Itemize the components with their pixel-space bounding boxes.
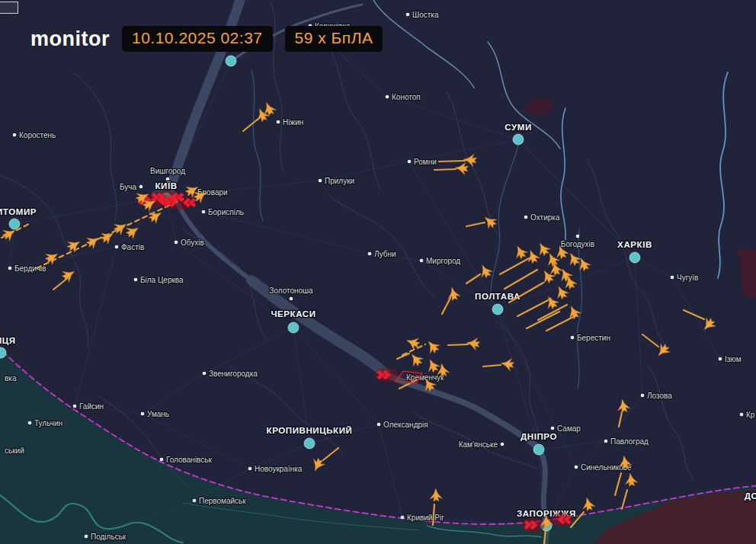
monitor-map-app: ШосткаКорюківкаКонотопКоростеньНіжинПрил…: [0, 0, 756, 544]
town-label: Тульчин: [34, 419, 62, 427]
town-label: Буча: [120, 183, 137, 191]
town-label: Берестин: [577, 334, 610, 342]
town-marker: Голованівськ: [160, 456, 213, 464]
town-label: Чугуїв: [677, 274, 698, 282]
drone-trail: [448, 344, 468, 345]
drone-count-badge: 59 х БпЛА: [285, 26, 383, 52]
town-label: Кам'янське: [459, 440, 498, 449]
town-label: Павлоград: [610, 437, 649, 446]
city-label: ВІННИЦЯ: [0, 336, 16, 345]
town-label: Богодухів: [561, 240, 594, 248]
town-label: Кр: [746, 411, 755, 419]
town-label: Ізюм: [725, 355, 742, 363]
town-marker: Олександрія: [377, 421, 428, 429]
town-label: Голованівськ: [166, 456, 213, 464]
town-label: Обухів: [181, 238, 204, 247]
city-marker: ДО: [745, 491, 756, 501]
city-label: ДО: [745, 491, 756, 501]
town-label: Лубни: [374, 250, 396, 258]
datetime-badge: 10.10.2025 02:37: [122, 26, 273, 52]
town-label: Подільськ: [91, 533, 127, 541]
map-canvas[interactable]: ШосткаКорюківкаКонотопКоростеньНіжинПрил…: [0, 0, 756, 544]
town-label: Шостка: [412, 11, 439, 19]
town-label: ський: [5, 446, 24, 455]
town-marker: Берестин: [571, 334, 610, 342]
town-label: Прилуки: [325, 177, 354, 185]
city-label: СУМИ: [505, 123, 532, 132]
town-marker: Бердичів: [8, 264, 46, 273]
town-marker: Біла Церква: [134, 276, 184, 284]
town-label: Ніжин: [283, 118, 303, 126]
town-marker: ський: [5, 446, 24, 455]
town-label: Лозова: [647, 392, 672, 400]
town-marker: вка: [5, 374, 17, 382]
town-label: Вишгород: [150, 167, 185, 175]
town-label: Бердичів: [14, 264, 46, 273]
town-label: Миргород: [426, 257, 460, 265]
town-label: Золотоноша: [269, 286, 313, 295]
town-label: Конотоп: [392, 93, 421, 101]
town-label: Ромни: [414, 158, 437, 166]
town-marker: Коростень: [13, 131, 56, 139]
town-marker: Звенигородка: [203, 370, 258, 378]
town-marker: Миргород: [420, 257, 461, 265]
drone-trail: [434, 169, 456, 170]
city-label: КИЇВ: [155, 181, 177, 190]
cutoff-label-box: [0, 2, 18, 14]
town-label: Новоукраїнка: [255, 465, 303, 473]
town-label: Охтирка: [530, 213, 560, 222]
town-marker: Бориспіль: [202, 208, 244, 216]
city-label: КРОПИВНИЦЬКИЙ: [267, 426, 353, 435]
town-label: Звенигородка: [209, 370, 258, 378]
town-label: Олександрія: [383, 421, 428, 429]
town-label: Самар: [557, 424, 581, 433]
town-label: вка: [5, 374, 17, 382]
town-marker: Новоукраїнка: [248, 465, 303, 473]
town-label: Умань: [147, 410, 169, 418]
town-label: Біла Церква: [140, 276, 184, 284]
town-marker: Кам'янське: [459, 440, 505, 449]
town-label: Коростень: [19, 131, 56, 139]
brand-logo: monitor: [30, 27, 110, 51]
town-marker: Кривий Ріг: [401, 514, 444, 522]
city-label: ХАРКІВ: [617, 240, 652, 249]
town-label: Кривий Ріг: [407, 514, 444, 522]
town-marker: Первомайськ: [193, 497, 247, 505]
town-label: Первомайськ: [199, 497, 246, 505]
town-label: Бориспіль: [208, 208, 244, 216]
header-overlay: monitor 10.10.2025 02:37 59 х БпЛА: [30, 26, 383, 52]
town-marker: Подільськ: [85, 533, 127, 541]
city-label: ЖИТОМИР: [0, 207, 37, 216]
town-marker: Павлоград: [604, 437, 649, 446]
city-label: ДНІПРО: [521, 432, 557, 441]
town-label: Фастів: [121, 243, 144, 251]
town-label: Гайсин: [79, 402, 104, 411]
city-label: ЧЕРКАСИ: [271, 309, 316, 318]
drone-trail: [439, 161, 465, 162]
